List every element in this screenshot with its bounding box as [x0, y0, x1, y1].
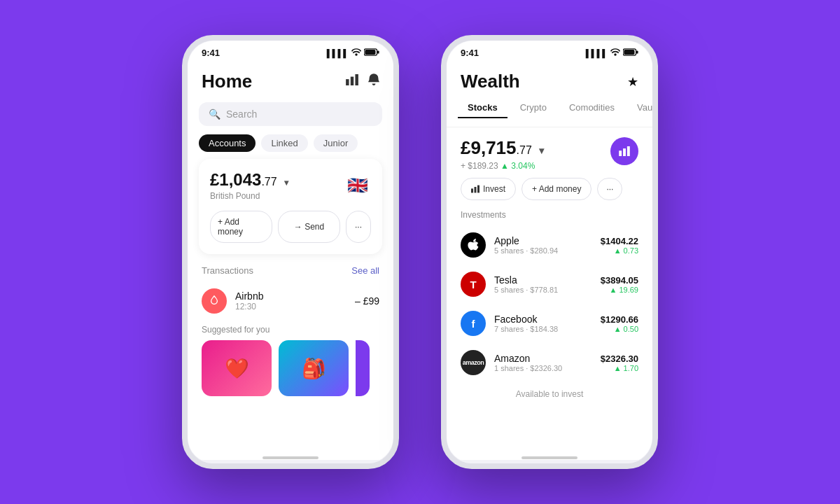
stock-amazon: amazon Amazon 1 shares · $2326.30 $2326.…: [447, 343, 652, 382]
status-icons-wealth: ▌▌▌▌: [586, 48, 638, 57]
status-bar-home: 9:41 ▌▌▌▌: [188, 41, 393, 61]
wifi-icon: [351, 48, 361, 57]
wealth-chevron[interactable]: ▾: [539, 145, 544, 156]
home-header: Home: [188, 61, 393, 98]
wealth-chart-button[interactable]: [610, 137, 638, 165]
amazon-shares: 1 shares · $2326.30: [494, 364, 592, 372]
transactions-section-header: Transactions See all: [188, 262, 393, 281]
svg-rect-14: [471, 188, 473, 192]
tesla-change: ▲ 19.69: [601, 286, 638, 294]
home-title: Home: [202, 71, 252, 92]
tab-comodities[interactable]: Comodities: [559, 98, 624, 118]
chart-icon[interactable]: [346, 74, 358, 89]
transaction-airbnb: Airbnb 12:30 – £99: [188, 281, 393, 321]
wealth-change: + $189.23 ▲ 3.04%: [461, 161, 544, 171]
svg-rect-6: [355, 74, 358, 85]
tab-vaults[interactable]: Vaults: [627, 98, 652, 118]
invest-button[interactable]: Invest: [461, 178, 516, 200]
balance-actions: + Add money → Send ···: [210, 211, 371, 243]
svg-rect-16: [477, 186, 479, 193]
facebook-values: $1290.66 ▲ 0.50: [601, 314, 638, 333]
wealth-header: Wealth ★: [447, 61, 652, 98]
svg-rect-15: [475, 187, 477, 192]
facebook-shares: 7 shares · $184.38: [494, 325, 592, 333]
tesla-logo: T: [461, 272, 486, 297]
svg-point-7: [614, 53, 617, 56]
amazon-change: ▲ 1.70: [601, 364, 638, 372]
tab-junior[interactable]: Junior: [314, 134, 358, 152]
available-to-invest: Available to invest: [447, 382, 652, 406]
tesla-shares: 5 shares · $778.81: [494, 286, 592, 294]
apple-change: ▲ 0.73: [601, 246, 638, 255]
add-money-button[interactable]: + Add money: [210, 211, 272, 243]
wealth-balance: £9,715.77 ▾ + $189.23 ▲ 3.04%: [447, 127, 652, 178]
search-bar[interactable]: 🔍 Search: [199, 102, 382, 126]
see-all-button[interactable]: See all: [351, 265, 379, 276]
status-time-wealth: 9:41: [461, 48, 479, 58]
battery-icon-2: [623, 48, 638, 57]
more-wealth-button[interactable]: ···: [597, 178, 622, 200]
stock-tesla: T Tesla 5 shares · $778.81 $3894.05 ▲ 19…: [447, 265, 652, 304]
more-button[interactable]: ···: [346, 211, 371, 243]
wealth-screen: Wealth ★ Stocks Crypto Comodities Vaults…: [447, 61, 652, 460]
tesla-info: Tesla 5 shares · $778.81: [494, 274, 592, 294]
balance-card: £1,043.77 ▾ British Pound 🇬🇧 + Add money…: [199, 159, 382, 254]
svg-rect-10: [624, 50, 634, 55]
svg-rect-13: [627, 146, 630, 156]
tab-stocks[interactable]: Stocks: [458, 98, 507, 118]
suggested-label: Suggested for you: [188, 321, 393, 340]
suggested-card-1[interactable]: ❤️: [202, 340, 272, 396]
wealth-actions: Invest + Add money ···: [447, 178, 652, 209]
phone-wealth: 9:41 ▌▌▌▌ Wealth ★ Stocks Crypto: [441, 35, 658, 469]
tab-accounts[interactable]: Accounts: [199, 134, 255, 152]
star-icon[interactable]: ★: [627, 74, 638, 90]
currency-flag: 🇬🇧: [344, 172, 371, 199]
header-actions: [346, 74, 379, 90]
send-button[interactable]: → Send: [278, 211, 340, 243]
wifi-icon-2: [610, 48, 620, 57]
tab-linked[interactable]: Linked: [261, 134, 307, 152]
search-placeholder: Search: [226, 108, 257, 120]
amazon-logo: amazon: [461, 350, 486, 375]
balance-chevron[interactable]: ▾: [284, 178, 288, 188]
amazon-price: $2326.30: [601, 354, 638, 364]
status-icons-home: ▌▌▌▌: [327, 48, 379, 57]
signal-icon-2: ▌▌▌▌: [586, 49, 608, 57]
apple-name: Apple: [494, 235, 592, 246]
stock-facebook: f Facebook 7 shares · $184.38 $1290.66 ▲…: [447, 304, 652, 343]
account-tabs: Accounts Linked Junior: [188, 134, 393, 159]
amazon-name: Amazon: [494, 353, 592, 364]
facebook-name: Facebook: [494, 314, 592, 325]
svg-rect-2: [377, 50, 379, 53]
amazon-values: $2326.30 ▲ 1.70: [601, 354, 638, 372]
wealth-title: Wealth: [461, 71, 520, 92]
search-icon: 🔍: [209, 108, 220, 120]
tesla-name: Tesla: [494, 274, 592, 286]
apple-shares: 5 shares · $280.94: [494, 246, 592, 255]
svg-rect-9: [636, 50, 638, 53]
wealth-tabs: Stocks Crypto Comodities Vaults: [447, 98, 652, 127]
svg-rect-3: [365, 50, 375, 55]
suggested-cards: ❤️ 🎒: [188, 340, 393, 396]
phone-home: 9:41 ▌▌▌▌ Home: [182, 35, 399, 469]
home-screen: Home 🔍 Search Accounts Linked: [188, 61, 393, 460]
suggested-card-2[interactable]: 🎒: [279, 340, 349, 396]
wealth-amount-value: £9,715.77 ▾: [461, 137, 544, 159]
add-money-wealth-button[interactable]: + Add money: [522, 178, 592, 200]
facebook-logo: f: [461, 311, 486, 336]
svg-rect-11: [619, 150, 622, 156]
tab-crypto[interactable]: Crypto: [510, 98, 556, 118]
apple-logo: [461, 232, 486, 258]
airbnb-logo: [202, 288, 227, 314]
airbnb-name: Airbnb: [235, 290, 346, 302]
bell-icon[interactable]: [368, 74, 379, 90]
facebook-price: $1290.66: [601, 314, 638, 325]
stock-apple: Apple 5 shares · $280.94 $1404.22 ▲ 0.73: [447, 225, 652, 265]
airbnb-amount: – £99: [355, 295, 379, 307]
investments-label: Investments: [447, 209, 652, 225]
airbnb-info: Airbnb 12:30: [235, 290, 346, 312]
suggested-card-partial: [356, 340, 370, 396]
facebook-change: ▲ 0.50: [601, 325, 638, 333]
apple-info: Apple 5 shares · $280.94: [494, 235, 592, 255]
tesla-values: $3894.05 ▲ 19.69: [601, 275, 638, 294]
